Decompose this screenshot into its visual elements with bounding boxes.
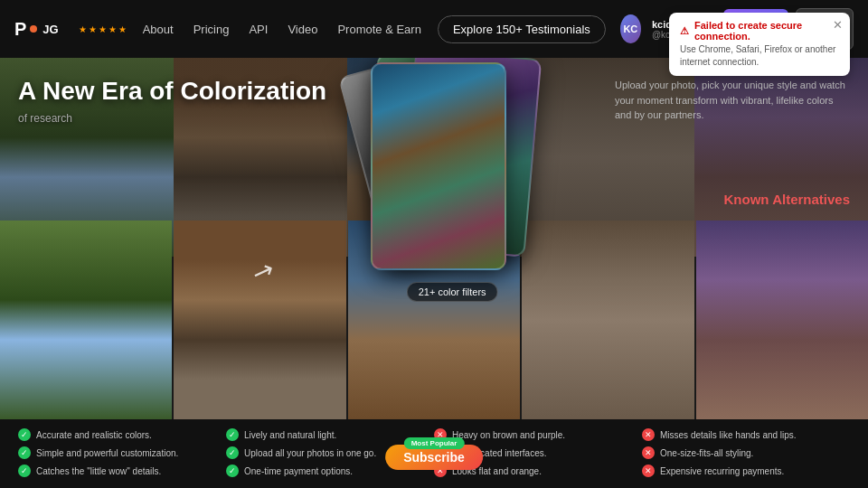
feature-item: ✓ Lively and natural light. xyxy=(226,428,434,441)
check-icon: ✓ xyxy=(18,428,31,441)
nav-pricing[interactable]: Pricing xyxy=(184,19,239,40)
feature-text: Catches the "little wow" details. xyxy=(36,466,161,476)
card-stack xyxy=(335,58,533,320)
feature-text: Upload all your photos in one go. xyxy=(244,448,376,458)
feature-item: ✕ Misses details like hands and lips. xyxy=(642,428,850,441)
photo-cell-4[interactable] xyxy=(522,221,693,419)
logo-jg: JG xyxy=(42,23,58,36)
feature-text: Misses details like hands and lips. xyxy=(660,430,797,440)
check-icon: ✓ xyxy=(18,446,31,459)
check-icon: ✓ xyxy=(226,465,239,477)
subscribe-label: Subscribe xyxy=(403,450,465,465)
logo-dot xyxy=(30,25,37,33)
error-body: Use Chrome, Safari, Firefox or another i… xyxy=(680,43,839,69)
features-col-4: ✕ Misses details like hands and lips. ✕ … xyxy=(642,428,850,477)
check-icon: ✓ xyxy=(226,446,239,459)
features-col-1: ✓ Accurate and realistic colors. ✓ Simpl… xyxy=(18,428,226,477)
error-toast: ⚠ Failed to create secure connection. Us… xyxy=(669,13,850,76)
logo-p: P xyxy=(14,19,26,40)
check-icon: ✓ xyxy=(226,428,239,441)
feature-item: ✓ Catches the "little wow" details. xyxy=(18,465,226,477)
card-main[interactable] xyxy=(371,62,506,270)
most-popular-badge: Most Popular xyxy=(404,437,465,449)
photo-cell-5[interactable] xyxy=(696,221,868,419)
filter-badge[interactable]: 21+ color filters xyxy=(407,282,498,302)
feature-item: ✓ Simple and powerful customization. xyxy=(18,446,226,459)
feature-item: ✕ Heavy on brown and purple. xyxy=(434,428,642,441)
rating-stars: ★ ★ ★ ★ ★ xyxy=(79,24,127,34)
x-icon: ✕ xyxy=(642,465,655,477)
hero-section: A New Era of Colorization of research Up… xyxy=(0,58,868,488)
feature-text: Accurate and realistic colors. xyxy=(36,430,152,440)
feature-text: Simple and powerful customization. xyxy=(36,448,178,458)
photo-cell-2[interactable] xyxy=(174,221,345,419)
avatar[interactable]: KC xyxy=(620,14,641,43)
feature-text: Expensive recurring payments. xyxy=(660,466,784,476)
feature-item: ✕ One-size-fits-all styling. xyxy=(642,446,850,459)
check-icon: ✓ xyxy=(18,465,31,477)
error-close-button[interactable]: ✕ xyxy=(833,18,843,32)
x-icon: ✕ xyxy=(642,446,655,459)
hero-text: A New Era of Colorization of research xyxy=(18,76,326,125)
explore-testimonials-button[interactable]: Explore 150+ Testimonials xyxy=(438,15,606,43)
subscribe-button[interactable]: Most Popular Subscribe xyxy=(385,445,483,470)
x-icon: ✕ xyxy=(642,428,655,441)
feature-text: One-time payment options. xyxy=(244,466,353,476)
photo-cell-1[interactable] xyxy=(0,221,172,419)
logo[interactable]: P JG xyxy=(14,19,59,40)
nav-api[interactable]: API xyxy=(240,19,277,40)
feature-text: One-size-fits-all styling. xyxy=(660,448,753,458)
feature-text: Lively and natural light. xyxy=(244,430,336,440)
error-title: ⚠ Failed to create secure connection. xyxy=(680,20,839,42)
nav-about[interactable]: About xyxy=(134,19,183,40)
nav-video[interactable]: Video xyxy=(278,19,326,40)
hero-title: A New Era of Colorization xyxy=(18,76,326,107)
hero-subtitle: of research xyxy=(18,112,326,125)
hero-description: Upload your photo, pick your unique styl… xyxy=(615,78,850,123)
warning-icon: ⚠ xyxy=(680,25,689,37)
hero-right-text: Upload your photo, pick your unique styl… xyxy=(615,78,850,123)
feature-item: ✓ Accurate and realistic colors. xyxy=(18,428,226,441)
feature-text: Heavy on brown and purple. xyxy=(452,430,565,440)
nav-links: About Pricing API Video Promote & Earn xyxy=(134,19,430,40)
known-alternatives-heading: Known Alternatives xyxy=(724,192,850,207)
nav-promote[interactable]: Promote & Earn xyxy=(328,19,430,40)
feature-item: ✕ Expensive recurring payments. xyxy=(642,465,850,477)
